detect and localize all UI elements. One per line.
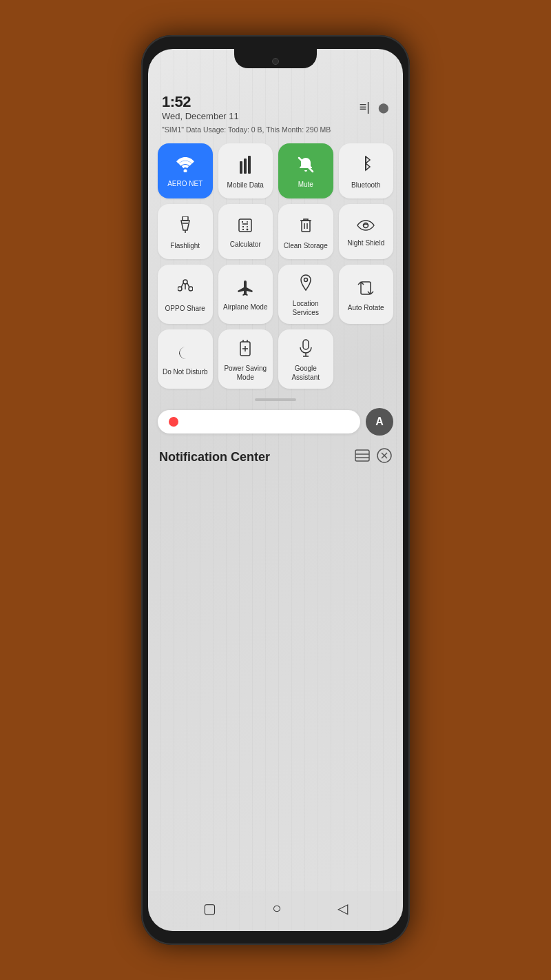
google-assistant-label: Google Assistant: [282, 364, 329, 382]
svg-line-29: [181, 283, 183, 287]
calculator-icon: [238, 218, 253, 236]
svg-rect-9: [239, 219, 251, 232]
scroll-bar: [255, 398, 296, 401]
battery-icon: [239, 339, 251, 360]
moon-icon: [178, 345, 193, 363]
date-display: Wed, December 11: [162, 111, 239, 121]
svg-point-31: [304, 278, 307, 282]
airplane-mode-label: Airplane Mode: [223, 303, 267, 312]
wifi-icon: [176, 157, 194, 175]
nav-bar: ▢ ○ ◁: [148, 891, 403, 931]
status-right: ≡| ⬤: [360, 100, 389, 114]
bluetooth-label: Bluetooth: [351, 181, 380, 190]
notification-center: Notification Center: [148, 441, 403, 620]
toggle-airplane-mode[interactable]: Airplane Mode: [218, 265, 273, 324]
notification-list-icon[interactable]: [355, 449, 370, 465]
svg-rect-2: [244, 159, 247, 174]
status-bar: 1:52 Wed, December 11 ≡| ⬤: [148, 88, 403, 124]
toggle-aero-net[interactable]: AERO NET: [158, 143, 213, 198]
svg-rect-3: [248, 156, 251, 174]
do-not-disturb-label: Do Not Disturb: [163, 367, 208, 376]
svg-point-0: [183, 169, 187, 172]
trash-icon: [299, 216, 313, 237]
toggle-bluetooth[interactable]: Bluetooth: [339, 143, 394, 198]
search-dot: [169, 417, 178, 427]
toggle-clean-storage[interactable]: Clean Storage: [278, 204, 333, 259]
mobile-data-icon: [238, 156, 253, 176]
svg-rect-42: [303, 340, 309, 349]
toggle-oppo-share[interactable]: OPPO Share: [158, 265, 213, 324]
avatar[interactable]: A: [366, 408, 393, 436]
notification-close-icon[interactable]: [377, 448, 392, 467]
flashlight-icon: [178, 216, 192, 237]
notification-actions: [355, 448, 392, 467]
data-usage-text: "SIM1" Data Usage: Today: 0 B, This Mont…: [148, 124, 403, 138]
toggle-night-shield[interactable]: Night Shield: [339, 204, 394, 259]
toggle-google-assistant[interactable]: Google Assistant: [278, 329, 333, 389]
front-camera: [272, 58, 279, 65]
search-bar-row: A: [148, 402, 403, 441]
clean-storage-label: Clean Storage: [284, 241, 328, 250]
rotate-icon: [357, 280, 374, 299]
toggle-location-services[interactable]: Location Services: [278, 265, 333, 324]
location-icon: [299, 274, 313, 295]
share-icon: [178, 279, 193, 300]
svg-line-30: [187, 283, 189, 287]
auto-rotate-label: Auto Rotate: [348, 303, 384, 312]
toggle-mobile-data[interactable]: Mobile Data: [218, 143, 273, 198]
notification-empty-area: [159, 475, 392, 613]
bluetooth-icon: [360, 156, 372, 176]
night-shield-label: Night Shield: [347, 238, 384, 247]
status-left: 1:52 Wed, December 11: [162, 93, 239, 121]
nav-home-button[interactable]: ○: [272, 899, 281, 917]
svg-rect-22: [302, 221, 310, 232]
airplane-icon: [236, 280, 254, 298]
aero-net-label: AERO NET: [167, 179, 202, 188]
phone-screen: 1:52 Wed, December 11 ≡| ⬤ "SIM1" Data U…: [148, 49, 403, 931]
scroll-indicator: [148, 394, 403, 402]
svg-rect-1: [240, 161, 242, 174]
quick-toggles-grid: AERO NET Mobile Data: [148, 138, 403, 394]
toggle-calculator[interactable]: Calculator: [218, 204, 273, 259]
nav-back-button[interactable]: ◁: [337, 900, 348, 917]
notification-title: Notification Center: [159, 450, 270, 465]
svg-point-26: [183, 280, 187, 284]
power-saving-label: Power Saving Mode: [222, 364, 269, 382]
location-services-label: Location Services: [282, 299, 329, 317]
toggle-do-not-disturb[interactable]: Do Not Disturb: [158, 329, 213, 389]
bell-slash-icon: [298, 156, 314, 176]
oppo-share-label: OPPO Share: [165, 304, 205, 313]
nav-square-button[interactable]: ▢: [203, 900, 216, 917]
toggle-mute[interactable]: Mute: [278, 143, 333, 198]
search-bar[interactable]: [158, 410, 360, 433]
svg-rect-45: [355, 450, 369, 461]
notification-header: Notification Center: [159, 448, 392, 467]
flashlight-label: Flashlight: [170, 241, 200, 250]
toggle-power-saving[interactable]: Power Saving Mode: [218, 329, 273, 389]
svg-rect-6: [183, 216, 188, 221]
eye-icon: [357, 219, 375, 234]
phone-frame: 1:52 Wed, December 11 ≡| ⬤ "SIM1" Data U…: [141, 35, 410, 945]
notch: [234, 49, 317, 68]
dot-icon: ⬤: [378, 102, 389, 113]
mute-label: Mute: [298, 180, 313, 189]
list-icon: ≡|: [360, 100, 370, 114]
mic-icon: [299, 339, 313, 360]
toggle-auto-rotate[interactable]: Auto Rotate: [339, 265, 394, 324]
mobile-data-label: Mobile Data: [227, 181, 264, 190]
time-display: 1:52: [162, 93, 239, 111]
calculator-label: Calculator: [230, 240, 261, 249]
toggle-flashlight[interactable]: Flashlight: [158, 204, 213, 259]
